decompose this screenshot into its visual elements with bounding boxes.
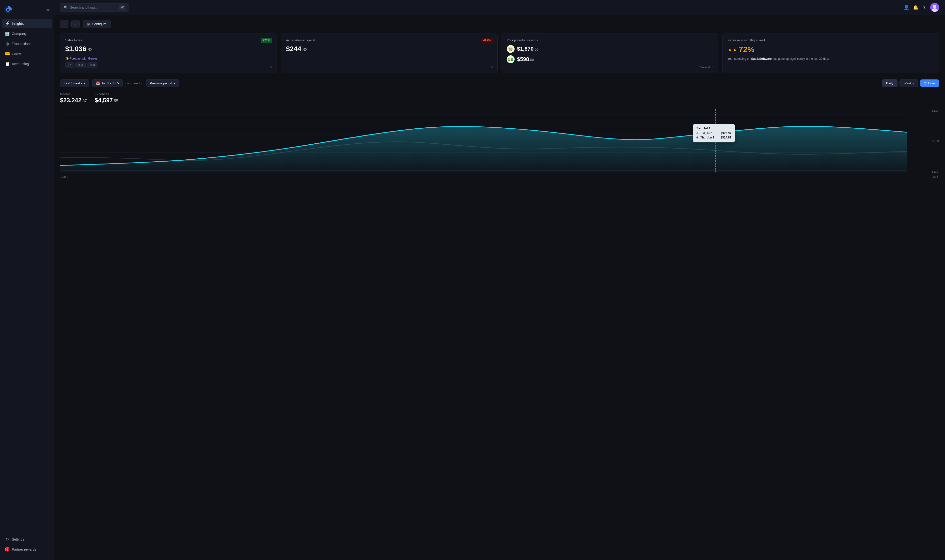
- savings-emoji: 🐝: [507, 45, 515, 53]
- theme-icon[interactable]: ☀: [922, 5, 926, 10]
- chart-stats: Income $23,242.37 Expenses $4,597.55: [60, 92, 939, 105]
- edit-icon[interactable]: ✎: [490, 65, 493, 69]
- sidebar-item-label: Transactions: [12, 42, 31, 46]
- comparison-value: Previous period: [150, 82, 172, 85]
- income-value: $23,242.37: [60, 97, 87, 104]
- sidebar-item-transactions[interactable]: ◎ Transactions: [2, 39, 52, 48]
- filter-button[interactable]: ▽ Filter: [920, 80, 939, 87]
- user-icon[interactable]: 👤: [903, 5, 909, 10]
- view-all-label: View all: [700, 66, 711, 69]
- prev-button[interactable]: ‹: [60, 20, 68, 28]
- company-icon: 🏢: [5, 31, 9, 36]
- sidebar-item-label: Company: [12, 32, 26, 36]
- view-all-button[interactable]: View all ☰: [700, 66, 714, 69]
- date-picker[interactable]: 📅 Jun 8 - Jul 5: [92, 79, 123, 87]
- nav-items: ⚡ Insights 🏢 Company ◎ Transactions 💳 Ca…: [0, 19, 54, 532]
- card-title: Sales today: [65, 38, 272, 42]
- collapse-button[interactable]: ≪: [46, 8, 50, 12]
- sidebar: ≪ ⚡ Insights 🏢 Company ◎ Transactions 💳 …: [0, 0, 54, 560]
- savings-amount: $1,870.00: [517, 46, 538, 52]
- sidebar-item-insights[interactable]: ⚡ Insights: [2, 19, 52, 28]
- expenses-cents: .55: [113, 99, 118, 103]
- svg-point-8: [711, 128, 719, 130]
- amount-cents: .82: [301, 47, 307, 52]
- daily-view-button[interactable]: Daily: [882, 79, 897, 87]
- insight-cards: Sales today +21% $1,036.62 ✨ Forecast wi…: [60, 33, 939, 73]
- expenses-stat: Expenses $4,597.55: [95, 92, 119, 105]
- income-cents: .37: [82, 99, 87, 103]
- amount-cents: .62: [86, 47, 92, 52]
- edit-icon[interactable]: ✎: [270, 65, 273, 69]
- amount-whole: $1,036: [65, 45, 86, 52]
- x-label-end: Jul 5: [932, 175, 938, 178]
- main-content: 🔍 Search anything... ⌘K 👤 🔔 ☀ ‹ › ⊞ Conf…: [54, 0, 945, 560]
- period-7d-button[interactable]: 7d: [65, 62, 74, 68]
- expenses-label: Expenses: [95, 92, 119, 96]
- card-amount: $1,036.62: [65, 45, 272, 53]
- app-logo[interactable]: [4, 6, 12, 14]
- savings-amount-2: $598.00: [517, 56, 534, 63]
- card-badge-negative: -0.7%: [481, 38, 493, 43]
- search-icon: 🔍: [64, 5, 68, 9]
- search-placeholder: Search anything...: [70, 5, 117, 9]
- chart-x-labels: Jun 8 Jul 5: [60, 175, 939, 178]
- card-title: Increase in monthly spend: [728, 38, 934, 42]
- avg-customer-spend-card: Avg customer spend -0.7% $244.82 ✎: [281, 33, 498, 73]
- partner-rewards-icon: 🎁: [5, 547, 9, 552]
- expenses-whole: $4,597: [95, 97, 113, 103]
- amount-cents: .00: [529, 58, 534, 62]
- calendar-icon: 📅: [96, 82, 100, 85]
- chart-svg: [60, 109, 939, 173]
- card-amount: $244.82: [286, 45, 492, 53]
- card-title: Your potential savings: [507, 38, 713, 42]
- sidebar-item-accounting[interactable]: 📋 Accounting: [2, 59, 52, 69]
- forecast-label: ✨ Forecast with Genius: [65, 57, 272, 60]
- sidebar-item-partner-rewards[interactable]: 🎁 Partner rewards: [2, 545, 52, 554]
- comparison-dropdown[interactable]: Previous period ▾: [146, 79, 179, 87]
- menu-icon: ☰: [711, 66, 714, 69]
- amount-whole: $1,870: [517, 46, 533, 52]
- weekly-view-button[interactable]: Weekly: [899, 79, 918, 87]
- next-button[interactable]: ›: [71, 20, 80, 28]
- savings-items: 🐝 $1,870.00 💵 $598.00: [507, 45, 713, 63]
- chevron-down-icon: ▾: [174, 82, 175, 85]
- sidebar-item-label: Accounting: [12, 62, 29, 66]
- topbar: 🔍 Search anything... ⌘K 👤 🔔 ☀: [54, 0, 945, 15]
- income-whole: $23,242: [60, 97, 82, 103]
- chart-container: $2.0K $1.0K $500: [60, 109, 939, 173]
- sidebar-item-label: Cards: [12, 52, 21, 56]
- sidebar-item-cards[interactable]: 💳 Cards: [2, 49, 52, 58]
- period-30d-button[interactable]: 30d: [75, 62, 86, 68]
- transactions-icon: ◎: [5, 41, 9, 46]
- avatar[interactable]: [930, 3, 939, 12]
- sidebar-item-company[interactable]: 🏢 Company: [2, 29, 52, 38]
- period-90d-button[interactable]: 90d: [87, 62, 97, 68]
- increase-percent: ▲▲ 72%: [728, 45, 934, 54]
- amount-whole: $598: [517, 56, 529, 62]
- cards-toolbar: ‹ › ⊞ Configure: [60, 20, 939, 28]
- increase-desc: Your spending on SaaS/Software has gone …: [728, 57, 934, 61]
- insights-icon: ⚡: [5, 21, 9, 26]
- amount-cents: .00: [533, 48, 538, 51]
- compared-label: compared to: [125, 82, 143, 85]
- page-content: ‹ › ⊞ Configure Sales today +21% $1,036.…: [54, 15, 945, 560]
- topbar-actions: 👤 🔔 ☀: [903, 3, 939, 12]
- date-range-dropdown[interactable]: Last 4 weeks ▾: [60, 79, 89, 87]
- svg-point-1: [933, 5, 936, 8]
- savings-item: 🐝 $1,870.00: [507, 45, 713, 53]
- search-shortcut: ⌘K: [119, 5, 125, 9]
- card-title: Avg customer spend: [286, 38, 492, 42]
- savings-item: 💵 $598.00: [507, 55, 713, 63]
- card-badge-positive: +21%: [261, 38, 272, 43]
- sidebar-item-settings[interactable]: ⚙ Settings: [2, 534, 52, 544]
- income-stat: Income $23,242.37: [60, 92, 87, 105]
- accounting-icon: 📋: [5, 62, 9, 66]
- configure-button[interactable]: ⊞ Configure: [83, 20, 111, 28]
- period-buttons: 7d 30d 90d: [65, 62, 272, 68]
- chart-controls-right: Daily Weekly ▽ Filter: [882, 79, 939, 87]
- notification-icon[interactable]: 🔔: [913, 5, 919, 10]
- search-bar[interactable]: 🔍 Search anything... ⌘K: [60, 3, 129, 12]
- sidebar-item-label: Partner rewards: [12, 548, 36, 551]
- amount-whole: $244: [286, 45, 301, 52]
- expenses-value: $4,597.55: [95, 97, 119, 104]
